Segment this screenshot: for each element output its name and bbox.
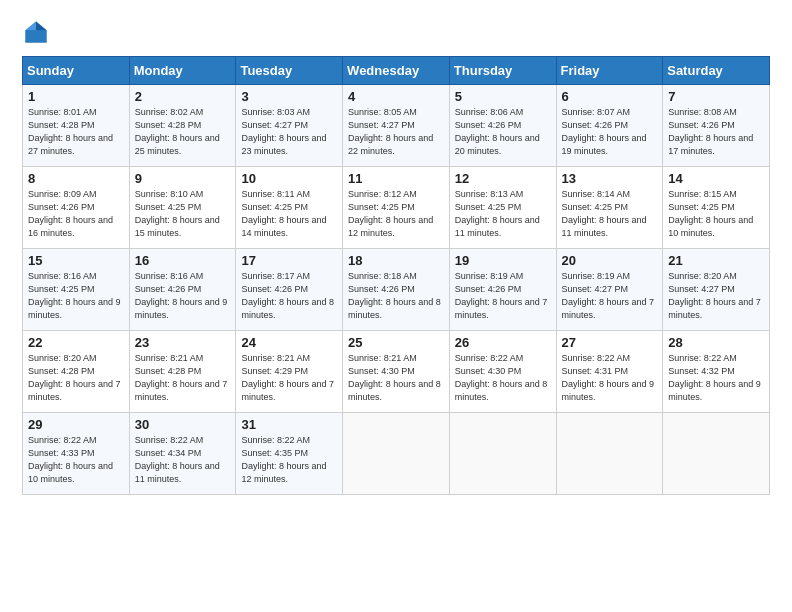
- calendar-cell: 10 Sunrise: 8:11 AMSunset: 4:25 PMDaylig…: [236, 167, 343, 249]
- col-header-saturday: Saturday: [663, 57, 770, 85]
- calendar-cell: [663, 413, 770, 495]
- svg-rect-3: [26, 30, 47, 42]
- day-info: Sunrise: 8:11 AMSunset: 4:25 PMDaylight:…: [241, 189, 326, 238]
- day-number: 6: [562, 89, 658, 104]
- day-number: 9: [135, 171, 231, 186]
- day-number: 14: [668, 171, 764, 186]
- day-info: Sunrise: 8:08 AMSunset: 4:26 PMDaylight:…: [668, 107, 753, 156]
- day-info: Sunrise: 8:17 AMSunset: 4:26 PMDaylight:…: [241, 271, 334, 320]
- calendar-cell: 1 Sunrise: 8:01 AMSunset: 4:28 PMDayligh…: [23, 85, 130, 167]
- day-info: Sunrise: 8:18 AMSunset: 4:26 PMDaylight:…: [348, 271, 441, 320]
- day-number: 13: [562, 171, 658, 186]
- calendar-cell: 13 Sunrise: 8:14 AMSunset: 4:25 PMDaylig…: [556, 167, 663, 249]
- calendar-cell: 21 Sunrise: 8:20 AMSunset: 4:27 PMDaylig…: [663, 249, 770, 331]
- day-info: Sunrise: 8:22 AMSunset: 4:34 PMDaylight:…: [135, 435, 220, 484]
- calendar-cell: 29 Sunrise: 8:22 AMSunset: 4:33 PMDaylig…: [23, 413, 130, 495]
- calendar-cell: 28 Sunrise: 8:22 AMSunset: 4:32 PMDaylig…: [663, 331, 770, 413]
- calendar-cell: 16 Sunrise: 8:16 AMSunset: 4:26 PMDaylig…: [129, 249, 236, 331]
- day-number: 31: [241, 417, 337, 432]
- calendar-cell: 15 Sunrise: 8:16 AMSunset: 4:25 PMDaylig…: [23, 249, 130, 331]
- day-number: 22: [28, 335, 124, 350]
- day-number: 23: [135, 335, 231, 350]
- day-number: 30: [135, 417, 231, 432]
- day-info: Sunrise: 8:03 AMSunset: 4:27 PMDaylight:…: [241, 107, 326, 156]
- calendar-cell: 25 Sunrise: 8:21 AMSunset: 4:30 PMDaylig…: [343, 331, 450, 413]
- day-number: 18: [348, 253, 444, 268]
- calendar-cell: 27 Sunrise: 8:22 AMSunset: 4:31 PMDaylig…: [556, 331, 663, 413]
- calendar-cell: 8 Sunrise: 8:09 AMSunset: 4:26 PMDayligh…: [23, 167, 130, 249]
- calendar-cell: 14 Sunrise: 8:15 AMSunset: 4:25 PMDaylig…: [663, 167, 770, 249]
- calendar-cell: 26 Sunrise: 8:22 AMSunset: 4:30 PMDaylig…: [449, 331, 556, 413]
- day-number: 2: [135, 89, 231, 104]
- logo: [22, 18, 54, 50]
- logo-icon: [22, 18, 50, 50]
- day-info: Sunrise: 8:20 AMSunset: 4:27 PMDaylight:…: [668, 271, 761, 320]
- svg-marker-1: [36, 22, 47, 31]
- day-number: 21: [668, 253, 764, 268]
- day-info: Sunrise: 8:22 AMSunset: 4:30 PMDaylight:…: [455, 353, 548, 402]
- day-number: 7: [668, 89, 764, 104]
- calendar-cell: 20 Sunrise: 8:19 AMSunset: 4:27 PMDaylig…: [556, 249, 663, 331]
- day-info: Sunrise: 8:16 AMSunset: 4:25 PMDaylight:…: [28, 271, 121, 320]
- day-number: 24: [241, 335, 337, 350]
- day-info: Sunrise: 8:21 AMSunset: 4:30 PMDaylight:…: [348, 353, 441, 402]
- day-info: Sunrise: 8:14 AMSunset: 4:25 PMDaylight:…: [562, 189, 647, 238]
- calendar-cell: 22 Sunrise: 8:20 AMSunset: 4:28 PMDaylig…: [23, 331, 130, 413]
- day-number: 15: [28, 253, 124, 268]
- day-info: Sunrise: 8:19 AMSunset: 4:26 PMDaylight:…: [455, 271, 548, 320]
- day-info: Sunrise: 8:02 AMSunset: 4:28 PMDaylight:…: [135, 107, 220, 156]
- day-info: Sunrise: 8:19 AMSunset: 4:27 PMDaylight:…: [562, 271, 655, 320]
- col-header-tuesday: Tuesday: [236, 57, 343, 85]
- day-number: 10: [241, 171, 337, 186]
- day-number: 12: [455, 171, 551, 186]
- day-number: 11: [348, 171, 444, 186]
- calendar-cell: [449, 413, 556, 495]
- day-info: Sunrise: 8:22 AMSunset: 4:33 PMDaylight:…: [28, 435, 113, 484]
- calendar-cell: 6 Sunrise: 8:07 AMSunset: 4:26 PMDayligh…: [556, 85, 663, 167]
- week-row: 22 Sunrise: 8:20 AMSunset: 4:28 PMDaylig…: [23, 331, 770, 413]
- day-number: 29: [28, 417, 124, 432]
- calendar-table: SundayMondayTuesdayWednesdayThursdayFrid…: [22, 56, 770, 495]
- col-header-thursday: Thursday: [449, 57, 556, 85]
- calendar-cell: [556, 413, 663, 495]
- calendar-cell: 12 Sunrise: 8:13 AMSunset: 4:25 PMDaylig…: [449, 167, 556, 249]
- day-info: Sunrise: 8:07 AMSunset: 4:26 PMDaylight:…: [562, 107, 647, 156]
- day-info: Sunrise: 8:01 AMSunset: 4:28 PMDaylight:…: [28, 107, 113, 156]
- day-number: 28: [668, 335, 764, 350]
- calendar-cell: 18 Sunrise: 8:18 AMSunset: 4:26 PMDaylig…: [343, 249, 450, 331]
- day-info: Sunrise: 8:05 AMSunset: 4:27 PMDaylight:…: [348, 107, 433, 156]
- calendar-cell: 7 Sunrise: 8:08 AMSunset: 4:26 PMDayligh…: [663, 85, 770, 167]
- day-number: 26: [455, 335, 551, 350]
- day-info: Sunrise: 8:16 AMSunset: 4:26 PMDaylight:…: [135, 271, 228, 320]
- page: SundayMondayTuesdayWednesdayThursdayFrid…: [0, 0, 792, 612]
- header-row: [22, 18, 770, 50]
- col-header-monday: Monday: [129, 57, 236, 85]
- day-info: Sunrise: 8:21 AMSunset: 4:28 PMDaylight:…: [135, 353, 228, 402]
- day-number: 27: [562, 335, 658, 350]
- day-info: Sunrise: 8:22 AMSunset: 4:35 PMDaylight:…: [241, 435, 326, 484]
- calendar-cell: 4 Sunrise: 8:05 AMSunset: 4:27 PMDayligh…: [343, 85, 450, 167]
- day-info: Sunrise: 8:22 AMSunset: 4:32 PMDaylight:…: [668, 353, 761, 402]
- svg-marker-2: [26, 22, 37, 31]
- calendar-cell: 17 Sunrise: 8:17 AMSunset: 4:26 PMDaylig…: [236, 249, 343, 331]
- calendar-cell: 9 Sunrise: 8:10 AMSunset: 4:25 PMDayligh…: [129, 167, 236, 249]
- day-info: Sunrise: 8:20 AMSunset: 4:28 PMDaylight:…: [28, 353, 121, 402]
- calendar-cell: [343, 413, 450, 495]
- day-info: Sunrise: 8:13 AMSunset: 4:25 PMDaylight:…: [455, 189, 540, 238]
- day-info: Sunrise: 8:22 AMSunset: 4:31 PMDaylight:…: [562, 353, 655, 402]
- week-row: 8 Sunrise: 8:09 AMSunset: 4:26 PMDayligh…: [23, 167, 770, 249]
- day-number: 25: [348, 335, 444, 350]
- col-header-wednesday: Wednesday: [343, 57, 450, 85]
- calendar-cell: 2 Sunrise: 8:02 AMSunset: 4:28 PMDayligh…: [129, 85, 236, 167]
- day-info: Sunrise: 8:10 AMSunset: 4:25 PMDaylight:…: [135, 189, 220, 238]
- calendar-cell: 19 Sunrise: 8:19 AMSunset: 4:26 PMDaylig…: [449, 249, 556, 331]
- calendar-cell: 23 Sunrise: 8:21 AMSunset: 4:28 PMDaylig…: [129, 331, 236, 413]
- day-info: Sunrise: 8:06 AMSunset: 4:26 PMDaylight:…: [455, 107, 540, 156]
- calendar-cell: 31 Sunrise: 8:22 AMSunset: 4:35 PMDaylig…: [236, 413, 343, 495]
- day-info: Sunrise: 8:21 AMSunset: 4:29 PMDaylight:…: [241, 353, 334, 402]
- col-header-friday: Friday: [556, 57, 663, 85]
- day-info: Sunrise: 8:09 AMSunset: 4:26 PMDaylight:…: [28, 189, 113, 238]
- calendar-cell: 30 Sunrise: 8:22 AMSunset: 4:34 PMDaylig…: [129, 413, 236, 495]
- day-number: 1: [28, 89, 124, 104]
- day-info: Sunrise: 8:12 AMSunset: 4:25 PMDaylight:…: [348, 189, 433, 238]
